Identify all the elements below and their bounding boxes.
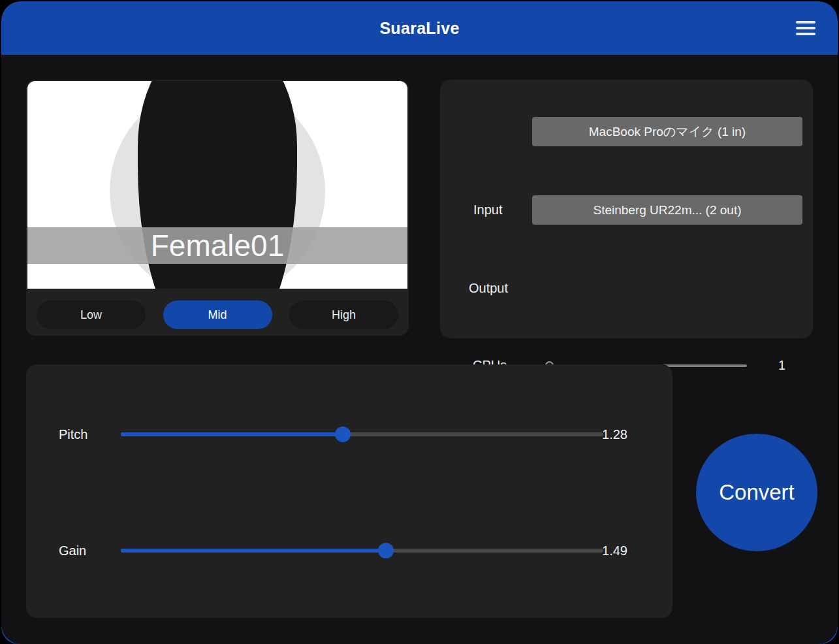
device-card: Input MacBook Proのマイク (1 in) Output Stei…	[440, 80, 813, 338]
input-label: Input	[473, 202, 502, 217]
title-bar: SuaraLive	[1, 1, 838, 55]
range-button-mid[interactable]: Mid	[163, 300, 272, 329]
gain-slider[interactable]	[121, 549, 603, 553]
voice-card: Female01 Low Mid High	[26, 80, 409, 336]
app-window: SuaraLive Female01 Low Mid High Input	[1, 1, 838, 644]
voice-avatar: Female01	[27, 81, 407, 289]
pitch-slider-thumb[interactable]	[335, 427, 351, 442]
pitch-slider-fill	[121, 432, 343, 436]
pitch-label: Pitch	[59, 427, 87, 442]
range-button-low[interactable]: Low	[37, 300, 146, 329]
gain-value: 1.49	[582, 543, 627, 558]
convert-button[interactable]: Convert	[696, 434, 817, 551]
gain-label: Gain	[59, 543, 86, 558]
cpus-value: 1	[778, 358, 785, 373]
voice-name-band: Female01	[27, 227, 407, 264]
pitch-slider[interactable]	[121, 432, 603, 436]
output-device-select[interactable]: Steinberg UR22m... (2 out)	[532, 195, 802, 225]
app-root: SuaraLive Female01 Low Mid High Input	[0, 0, 839, 644]
gain-slider-fill	[121, 549, 386, 553]
output-label: Output	[469, 281, 508, 296]
app-title: SuaraLive	[379, 19, 459, 38]
voice-name: Female01	[151, 228, 285, 263]
pitch-value: 1.28	[582, 427, 627, 442]
controls-card	[26, 364, 673, 618]
range-button-high[interactable]: High	[289, 300, 398, 329]
input-device-select[interactable]: MacBook Proのマイク (1 in)	[532, 117, 802, 146]
voice-range-selector: Low Mid High	[37, 300, 398, 329]
hamburger-menu-icon[interactable]	[796, 20, 818, 37]
